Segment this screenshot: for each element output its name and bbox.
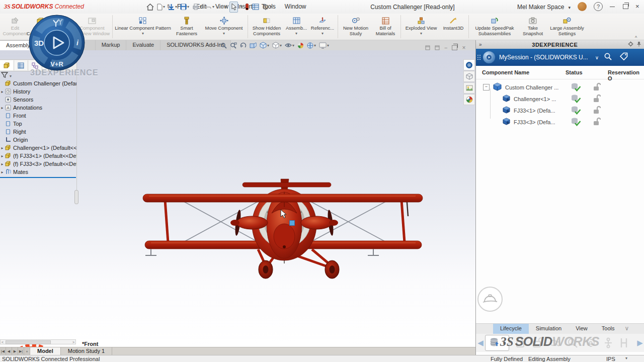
tree-row-mates[interactable]: ▸ Mates (0, 168, 76, 176)
status-units[interactable]: IPS (606, 356, 615, 362)
expand-arrow-icon[interactable]: ▸ (0, 146, 5, 150)
tree-row-right-plane[interactable]: Right (0, 128, 76, 136)
instant3d-button[interactable]: Instant3D (440, 15, 466, 31)
horizontal-scrollbar[interactable]: < > (0, 339, 76, 344)
component-row-root[interactable]: − Custom Challenger ... (483, 81, 558, 93)
component-row-challenger[interactable]: Challenger<1> ... (502, 93, 556, 105)
edit-appearance-icon[interactable] (297, 42, 304, 49)
dropdown-icon[interactable]: ▾ (327, 43, 329, 48)
tree-row-fj33-1[interactable]: ▸ (f) FJ33<1> (Default<<Def (0, 152, 76, 160)
scrollbar-thumb[interactable] (6, 340, 51, 344)
select-dropdown-icon[interactable]: ▾ (240, 5, 243, 9)
panel-gear-icon[interactable] (628, 41, 633, 48)
view-orientation-icon[interactable]: ▾ (260, 42, 269, 49)
tab-lifecycle[interactable]: Lifecycle (493, 324, 529, 334)
save-to-platform-button[interactable]: ▾ (485, 335, 509, 351)
column-status[interactable]: Status (566, 69, 583, 75)
select-tool-button[interactable] (229, 2, 238, 13)
dropdown-icon[interactable]: ▾ (225, 5, 227, 9)
tree-row-root[interactable]: Custom Challenger (Default< (0, 79, 76, 87)
dropdown-icon[interactable]: ▾ (212, 5, 214, 9)
child-restore-icon[interactable] (452, 45, 457, 50)
hide-show-items-icon[interactable]: ▾ (285, 42, 294, 48)
tab-simulation[interactable]: Simulation (529, 324, 569, 334)
3dexperience-compass-logo[interactable]: 3D i V+R (28, 14, 86, 71)
taskpane-custom-properties-icon[interactable] (463, 94, 475, 105)
new-document-button[interactable]: ▾ (156, 2, 166, 12)
dropdown-icon[interactable]: ▾ (420, 32, 422, 36)
dropdown-icon[interactable]: ▾ (321, 32, 324, 36)
expand-arrow-icon[interactable]: ▸ (0, 154, 5, 158)
dropdown-icon[interactable]: ▾ (175, 5, 177, 9)
dropdown-icon[interactable]: ▾ (503, 341, 505, 345)
scroll-right-icon[interactable]: > (72, 340, 75, 344)
expand-arrow-icon[interactable]: ▸ (0, 162, 5, 166)
tree-row-sensors[interactable]: Sensors (0, 96, 76, 104)
dropdown-icon[interactable]: ▾ (223, 32, 225, 36)
new-motion-tab-button[interactable]: + (24, 347, 30, 355)
display-style-icon[interactable]: ▾ (272, 42, 282, 49)
panel-tag-icon[interactable] (619, 52, 628, 63)
tree-row-challenger[interactable]: ▸ Challenger<1> (Default<< (0, 144, 76, 152)
first-tab-button[interactable]: |◀ (0, 347, 6, 355)
expand-arrow-icon[interactable]: ▸ (0, 106, 5, 110)
workspace-selector[interactable]: Mel Maker Space▾ (517, 4, 571, 11)
minimize-button[interactable] (610, 7, 615, 7)
open-button[interactable]: ▾ (168, 2, 178, 12)
featuremanager-tree-tab[interactable] (0, 60, 14, 70)
tab-evaluate[interactable]: Evaluate (126, 40, 160, 50)
dropdown-icon[interactable]: ▾ (295, 32, 297, 36)
home-button[interactable] (146, 2, 154, 12)
motion-study-tab[interactable]: Motion Study 1 (61, 347, 112, 355)
scroll-actions-right-icon[interactable]: ▶ (635, 338, 644, 347)
tree-row-fj33-3[interactable]: ▸ (f) FJ33<3> (Default<<Def (0, 160, 76, 168)
new-motion-study-button[interactable]: New Motion Study (340, 15, 371, 36)
column-component-name[interactable]: Component Name (482, 69, 529, 75)
smart-fasteners-button[interactable]: Smart Fasteners (172, 15, 201, 36)
biplane-model[interactable] (136, 175, 438, 326)
move-component-button[interactable]: Move Component ▾ (202, 15, 246, 36)
bill-of-materials-button[interactable]: Bill of Materials (372, 15, 398, 36)
reference-geometry-button[interactable]: Referenc... ▾ (309, 15, 336, 36)
menu-window[interactable]: Window (285, 3, 306, 10)
helmet-avatar-icon[interactable] (477, 287, 503, 312)
previous-view-icon[interactable] (240, 42, 247, 49)
selection-handle[interactable] (289, 220, 295, 226)
column-reservation[interactable]: Reservation O (608, 69, 644, 81)
session-chevron-icon[interactable]: ∨ (595, 55, 599, 60)
taskpane-design-library-icon[interactable] (463, 71, 475, 82)
bom-table-icon[interactable] (252, 2, 260, 12)
panel-search-icon[interactable] (604, 52, 612, 63)
view-settings-icon[interactable]: ▾ (319, 42, 329, 49)
zoom-fit-icon[interactable] (220, 42, 227, 49)
save-button[interactable]: ▾ (180, 2, 190, 12)
interference-light-icon[interactable] (245, 2, 250, 12)
dropdown-icon[interactable]: ▾ (163, 5, 165, 9)
tree-row-history[interactable]: ▸ History (0, 87, 76, 96)
tree-row-top-plane[interactable]: Top (0, 120, 76, 128)
dropdown-icon[interactable]: ▾ (200, 5, 202, 9)
exploded-view-button[interactable]: Exploded View ▾ (403, 15, 439, 36)
collapse-row-icon[interactable]: − (483, 84, 490, 90)
take-snapshot-button[interactable]: Take Snapshot (519, 15, 546, 36)
assembly-features-button[interactable]: Assemb... ▾ (284, 15, 308, 36)
graphics-viewport[interactable]: > ▾ 3DEXPERIENCE Custom Challenger (Defa… (0, 50, 475, 347)
undo-button[interactable]: ▾ (204, 2, 215, 12)
component-row-fj33-3[interactable]: FJ33<3> (Defa... (502, 116, 555, 128)
edit-component-button[interactable]: Edit Component (4, 15, 27, 36)
grip-handle[interactable] (477, 55, 481, 60)
taskpane-appearances-icon[interactable] (463, 82, 475, 94)
tab-markup[interactable]: Markup (96, 40, 127, 50)
component-row-fj33-1[interactable]: FJ33<1> (Defa... (502, 105, 555, 116)
dropdown-icon[interactable]: ▾ (292, 43, 294, 48)
expand-arrow-icon[interactable]: ▸ (0, 170, 5, 174)
linear-component-pattern-button[interactable]: Linear Component Pattern ▾ (115, 15, 171, 36)
tree-row-front-plane[interactable]: Front (0, 112, 76, 120)
large-assembly-settings-button[interactable]: Large Assembly Settings (547, 15, 587, 36)
tree-splitter-handle[interactable] (74, 190, 78, 204)
propertymanager-tab[interactable] (14, 60, 28, 70)
restore-button[interactable] (623, 4, 628, 9)
tabs-collapse-chevron[interactable]: ∨ (625, 324, 629, 334)
dropdown-icon[interactable]: ▾ (280, 43, 282, 48)
dropdown-icon[interactable]: ▾ (142, 32, 144, 36)
